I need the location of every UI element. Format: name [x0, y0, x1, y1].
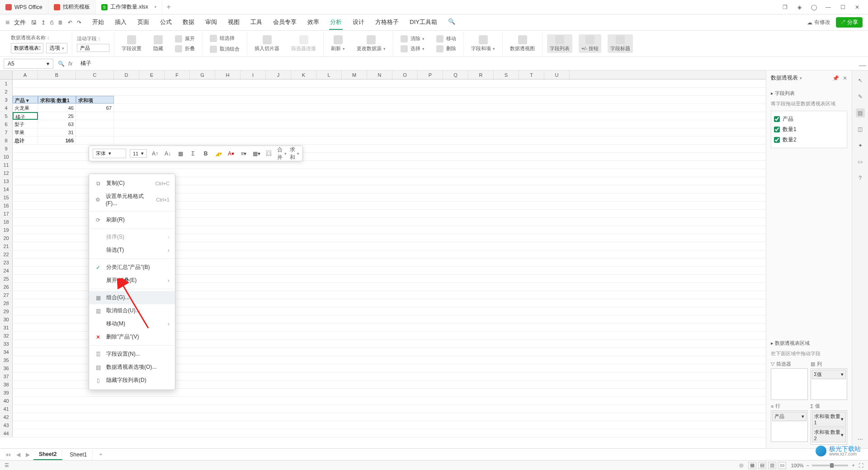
group-select-button[interactable]: 组选择: [207, 34, 237, 43]
row-area[interactable]: 产品▾: [771, 410, 808, 442]
ctx-subtotal[interactable]: ✓分类汇总"产品"(B): [89, 261, 175, 274]
row-10[interactable]: 10: [0, 153, 13, 160]
ctx-hide-field-list[interactable]: ▯隐藏字段列表(D): [89, 374, 175, 387]
row-15[interactable]: 15: [0, 193, 13, 201]
col-F[interactable]: F: [165, 70, 190, 79]
more-icon[interactable]: ⋯: [856, 435, 865, 444]
fullscreen-icon[interactable]: ⛶: [859, 463, 863, 468]
data-icon[interactable]: ◫: [856, 125, 865, 134]
cell-A4[interactable]: 火龙果: [13, 104, 38, 112]
bold-button[interactable]: B: [201, 149, 210, 158]
close-panel-icon[interactable]: ✕: [843, 75, 847, 81]
row-11[interactable]: 11: [0, 161, 13, 169]
row-27[interactable]: 27: [0, 291, 13, 299]
col-B[interactable]: B: [38, 70, 76, 79]
pivot-hdr-product[interactable]: 产品 ▾: [13, 96, 38, 103]
cloud-status[interactable]: ☁ 有修改: [807, 19, 830, 26]
cell-A7[interactable]: 苹果: [13, 128, 38, 136]
pivot-panel-title[interactable]: 数据透视表: [771, 74, 802, 82]
font-color-button[interactable]: A▾: [226, 149, 236, 158]
sum-dropdown[interactable]: 求和: [290, 149, 299, 158]
value-area-item-1[interactable]: 求和项:数量1▾: [812, 412, 846, 427]
help-icon[interactable]: ?: [856, 174, 865, 183]
tab-member[interactable]: 会员专享: [272, 15, 297, 30]
font-size-select[interactable]: 11 ▾: [130, 149, 147, 158]
align-button[interactable]: ≡▾: [239, 149, 248, 158]
ctx-format-cells[interactable]: ⚙设置单元格格式(F)...Ctrl+1: [89, 190, 175, 209]
cell-C4[interactable]: 67: [76, 104, 114, 112]
pivot-hdr-qty1[interactable]: 求和项:数量1: [38, 96, 76, 103]
cell-B8-total[interactable]: 165: [38, 136, 76, 144]
row-20[interactable]: 20: [0, 234, 13, 242]
multi-window-icon[interactable]: ❐: [781, 4, 788, 11]
row-29[interactable]: 29: [0, 307, 13, 315]
row-5[interactable]: 5: [0, 112, 13, 120]
tab-efficiency[interactable]: 效率: [307, 15, 320, 30]
pivot-pane-icon[interactable]: ▤: [856, 108, 865, 118]
fx-icon[interactable]: fx: [68, 61, 72, 67]
view-read-icon[interactable]: ▭: [778, 462, 786, 469]
col-A[interactable]: A: [13, 70, 38, 79]
col-I[interactable]: I: [241, 70, 266, 79]
view-break-icon[interactable]: ▥: [768, 462, 776, 469]
share-button[interactable]: ↗ 分享: [836, 17, 863, 28]
field-list-toggle[interactable]: 字段列表: [547, 34, 572, 53]
change-source-button[interactable]: 更改数据源: [354, 34, 388, 53]
row-14[interactable]: 14: [0, 185, 13, 193]
ctx-field-settings[interactable]: ☰字段设置(N)...: [89, 348, 175, 361]
col-D[interactable]: D: [114, 70, 139, 79]
tools-icon[interactable]: ✦: [856, 141, 865, 150]
row-21[interactable]: 21: [0, 242, 13, 250]
cell-C8[interactable]: [76, 136, 114, 144]
col-S[interactable]: S: [494, 70, 519, 79]
font-grow-icon[interactable]: A↑: [151, 149, 160, 158]
insert-slicer-button[interactable]: 插入切片器: [252, 34, 282, 53]
ctx-move[interactable]: 移动(M)›: [89, 317, 175, 330]
tab-insert[interactable]: 插入: [114, 15, 127, 30]
cell-A5-selected[interactable]: 橘子: [13, 112, 38, 120]
cell-B6[interactable]: 63: [38, 120, 76, 128]
pivot-name-input[interactable]: [11, 43, 43, 53]
spreadsheet-grid[interactable]: A B C D E F G H I J K L M N O P Q R S T …: [0, 70, 766, 448]
field-headers-toggle[interactable]: 字段标题: [608, 34, 633, 53]
delete-button[interactable]: 删除: [434, 44, 459, 53]
tab-review[interactable]: 审阅: [204, 15, 218, 30]
row-32[interactable]: 32: [0, 332, 13, 339]
filter-area[interactable]: [771, 368, 808, 400]
row-13[interactable]: 13: [0, 177, 13, 185]
row-1[interactable]: 1: [0, 80, 13, 87]
export-icon[interactable]: ↥: [41, 19, 46, 26]
col-G[interactable]: G: [190, 70, 215, 79]
zoom-in-button[interactable]: ＋: [851, 462, 856, 469]
cell-B5[interactable]: 25: [38, 112, 76, 120]
row-19[interactable]: 19: [0, 226, 13, 234]
col-E[interactable]: E: [139, 70, 165, 79]
row-7[interactable]: 7: [0, 128, 13, 136]
add-sheet-button[interactable]: ＋: [94, 451, 107, 458]
field-qty1-checkbox[interactable]: [774, 127, 780, 132]
minimize-button[interactable]: —: [825, 4, 832, 11]
row-3[interactable]: 3: [0, 96, 13, 103]
hamburger-icon[interactable]: ≡: [5, 19, 9, 27]
col-O[interactable]: O: [392, 70, 418, 79]
expand-button[interactable]: 展开: [172, 34, 198, 43]
user-avatar-icon[interactable]: ◯: [810, 4, 817, 11]
print-preview-icon[interactable]: 🗎: [58, 19, 63, 26]
row-area-item-product[interactable]: 产品▾: [772, 412, 807, 421]
clear-button[interactable]: 清除: [398, 34, 427, 43]
collapse-button[interactable]: 折叠: [172, 44, 198, 53]
wps-home-tab[interactable]: WPS Office: [0, 0, 48, 14]
sheet-tab-sheet1[interactable]: Sheet1: [64, 450, 93, 460]
column-area-item-sigma[interactable]: Σ值▾: [812, 370, 846, 379]
search-icon[interactable]: 🔍: [447, 15, 456, 30]
col-H[interactable]: H: [215, 70, 241, 79]
cell-reference-box[interactable]: A5▾: [4, 59, 53, 69]
cell-A6[interactable]: 梨子: [13, 120, 38, 128]
col-C[interactable]: C: [76, 70, 114, 79]
border-button[interactable]: ▦▾: [252, 149, 261, 158]
pivot-hdr-qty2[interactable]: 求和项: [76, 96, 114, 103]
collapse-toggle[interactable]: —: [859, 61, 866, 70]
cell-A8-total[interactable]: 总计: [13, 136, 38, 144]
field-qty1[interactable]: 数量1: [774, 124, 844, 135]
ctx-filter[interactable]: 筛选(T)›: [89, 244, 175, 257]
